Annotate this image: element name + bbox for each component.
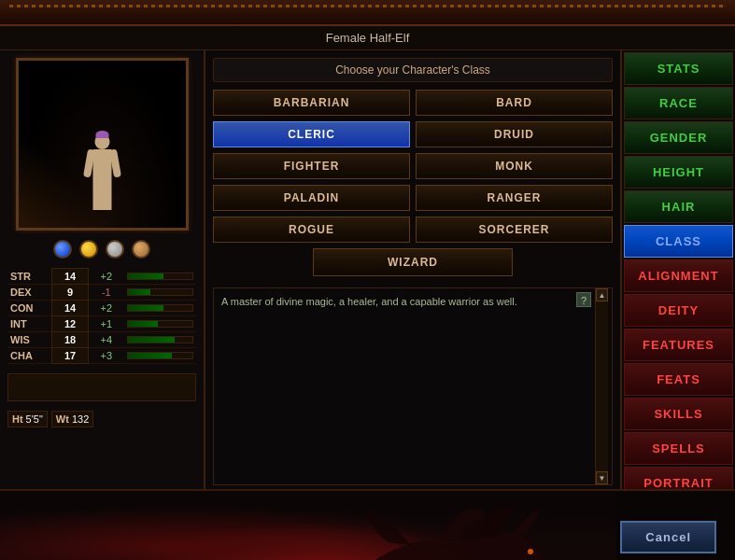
class-btn-paladin[interactable]: PALADIN xyxy=(213,185,410,211)
stats-table: STR 14 +2 DEX 9 -1 CON 14 +2 INT 12 +1 xyxy=(7,268,196,364)
svg-point-1 xyxy=(528,549,533,554)
class-btn-wizard[interactable]: WIZARD xyxy=(313,248,513,276)
class-btn-rogue[interactable]: ROGUE xyxy=(213,217,410,243)
nav-btn-gender[interactable]: GENDER xyxy=(624,121,733,154)
nav-btn-skills[interactable]: SKILLS xyxy=(624,398,733,430)
choose-class-label: Choose your Character's Class xyxy=(213,58,613,82)
scroll-track xyxy=(596,301,608,471)
class-btn-sorcerer[interactable]: SORCERER xyxy=(416,217,613,243)
class-btn-fighter[interactable]: FIGHTER xyxy=(213,153,410,179)
top-border xyxy=(0,0,735,26)
center-panel: Choose your Character's Class BARBARIAN … xyxy=(205,50,620,489)
weight-stat: Wt 132 xyxy=(51,411,93,427)
left-panel: STR 14 +2 DEX 9 -1 CON 14 +2 INT 12 +1 xyxy=(0,50,205,489)
table-row: STR 14 +2 xyxy=(7,269,196,285)
table-row: INT 12 +1 xyxy=(7,316,196,332)
table-row: CON 14 +2 xyxy=(7,301,196,316)
character-figure xyxy=(86,134,119,209)
table-row: DEX 9 -1 xyxy=(7,285,196,301)
nav-btn-race[interactable]: RACE xyxy=(624,87,733,119)
table-row: CHA 17 +3 xyxy=(7,348,196,364)
dragon-silhouette xyxy=(327,500,560,560)
help-icon[interactable]: ? xyxy=(576,292,591,307)
nav-btn-features[interactable]: FEATURES xyxy=(624,329,733,361)
nav-btn-alignment[interactable]: ALIGNMENT xyxy=(624,259,733,292)
nav-btn-height[interactable]: HEIGHT xyxy=(624,156,733,189)
class-btn-monk[interactable]: MONK xyxy=(416,153,613,179)
cancel-button[interactable]: Cancel xyxy=(620,521,716,553)
nav-btn-stats[interactable]: STATS xyxy=(624,52,733,85)
scroll-up-button[interactable]: ▲ xyxy=(596,288,608,301)
subtitle-label: Female Half-Elf xyxy=(326,31,410,45)
description-area: A master of divine magic, a healer, and … xyxy=(213,287,613,485)
gem-gold[interactable] xyxy=(79,240,98,259)
description-text: A master of divine magic, a healer, and … xyxy=(221,296,517,307)
nav-btn-deity[interactable]: DEITY xyxy=(624,294,733,327)
table-row: WIS 18 +4 xyxy=(7,332,196,348)
class-btn-bard[interactable]: BARD xyxy=(416,90,613,116)
bottom-image xyxy=(0,491,616,560)
scroll-bar: ▲ ▼ xyxy=(595,288,608,484)
class-btn-cleric[interactable]: CLERIC xyxy=(213,121,410,147)
class-grid: BARBARIAN BARD CLERIC DRUID FIGHTER MONK… xyxy=(205,82,620,284)
nav-btn-hair[interactable]: HAIR xyxy=(624,190,733,223)
height-stat: Ht 5'5" xyxy=(7,411,48,427)
nav-btn-spells[interactable]: SPELLS xyxy=(624,432,733,465)
class-btn-barbarian[interactable]: BARBARIAN xyxy=(213,90,410,116)
character-portrait xyxy=(16,58,189,231)
right-panel: STATS RACE GENDER HEIGHT HAIR CLASS ALIG… xyxy=(620,50,735,489)
class-btn-druid[interactable]: DRUID xyxy=(416,121,613,147)
nav-btn-feats[interactable]: FEATS xyxy=(624,363,733,396)
window-title: Female Half-Elf xyxy=(0,26,735,50)
nav-btn-class[interactable]: CLASS xyxy=(624,225,733,258)
gem-bronze[interactable] xyxy=(132,240,150,259)
scroll-down-button[interactable]: ▼ xyxy=(596,471,608,484)
bottom-stats: Ht 5'5" Wt 132 xyxy=(7,407,196,431)
gem-row xyxy=(7,236,196,262)
gem-blue[interactable] xyxy=(53,240,72,259)
gem-silver[interactable] xyxy=(106,240,124,259)
class-btn-ranger[interactable]: RANGER xyxy=(416,185,613,211)
bottom-strip: Cancel xyxy=(0,489,735,560)
